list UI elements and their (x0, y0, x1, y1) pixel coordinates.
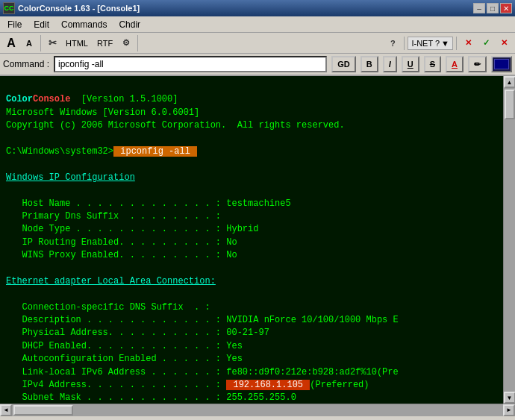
title-bar: CC ColorConsole 1.63 - [Console1] – □ ✕ (0, 0, 515, 16)
bold-button[interactable]: B (360, 56, 378, 72)
toolbar-separator (404, 37, 405, 50)
terminal-output[interactable]: ColorConsole [Version 1.5.1000] Microsof… (0, 76, 503, 404)
toolbar-check-icon[interactable]: ✓ (478, 35, 494, 51)
settings-icon[interactable]: ⚙ (118, 35, 134, 51)
scroll-thumb[interactable] (505, 90, 515, 119)
highlight-button[interactable]: ✏ (468, 56, 487, 72)
help-icon[interactable]: ? (384, 35, 401, 51)
inet-chevron: ▼ (441, 39, 449, 48)
menu-edit[interactable]: Edit (29, 18, 54, 31)
rtf-label: RTF (97, 39, 113, 48)
scroll-up-button[interactable]: ▲ (504, 76, 516, 88)
underline-button[interactable]: U (402, 56, 419, 72)
command-input[interactable] (54, 56, 327, 72)
terminal-container: ColorConsole [Version 1.5.1000] Microsof… (0, 76, 515, 404)
toolbar: A A ✂ HTML RTF ⚙ ? I-NET ? ▼ ✕ ✓ ✕ (0, 33, 515, 54)
status-bar: Bereit / Ready (0, 416, 515, 420)
hscroll-track[interactable] (12, 404, 503, 416)
toolbar-separator-2 (456, 37, 457, 50)
horizontal-scrollbar[interactable]: ◄ ► (0, 404, 515, 416)
command-label: Command : (3, 59, 49, 69)
rtf-button[interactable]: RTF (93, 37, 116, 50)
html-button[interactable]: HTML (62, 37, 92, 50)
window-title: ColorConsole 1.63 - [Console1] (18, 4, 140, 13)
menu-file[interactable]: File (3, 18, 26, 31)
menu-bar: File Edit Commands Chdir (0, 16, 515, 33)
strikethrough-button[interactable]: S (424, 56, 441, 72)
window-controls: – □ ✕ (473, 3, 512, 13)
maximize-button[interactable]: □ (487, 3, 499, 13)
scroll-left-button[interactable]: ◄ (0, 404, 12, 416)
vertical-scrollbar[interactable]: ▲ ▼ (503, 76, 515, 404)
menu-commands[interactable]: Commands (57, 18, 111, 31)
scroll-right-button[interactable]: ► (503, 404, 515, 416)
toolbar-x-icon[interactable]: ✕ (460, 35, 476, 51)
font-increase-button[interactable]: A (3, 35, 19, 51)
close-button[interactable]: ✕ (500, 3, 512, 13)
app-icon: CC (3, 2, 15, 14)
minimize-button[interactable]: – (473, 3, 485, 13)
italic-button[interactable]: I (383, 56, 397, 72)
inet-label: I-NET ? (411, 39, 440, 48)
scissors-icon[interactable]: ✂ (44, 35, 60, 51)
terminal-icon[interactable] (491, 56, 512, 72)
font-decrease-button[interactable]: A (21, 35, 37, 51)
hscroll-thumb[interactable] (13, 405, 73, 416)
command-bar: Command : GD B I U S A ✏ (0, 54, 515, 76)
menu-chdir[interactable]: Chdir (114, 18, 145, 31)
scroll-down-button[interactable]: ▼ (504, 392, 516, 404)
inet-dropdown[interactable]: I-NET ? ▼ (408, 37, 453, 50)
html-label: HTML (66, 39, 88, 48)
toolbar-close-icon[interactable]: ✕ (496, 35, 512, 51)
font-color-button[interactable]: A (446, 56, 464, 72)
scroll-track[interactable] (504, 88, 516, 392)
go-button[interactable]: GD (331, 56, 356, 72)
